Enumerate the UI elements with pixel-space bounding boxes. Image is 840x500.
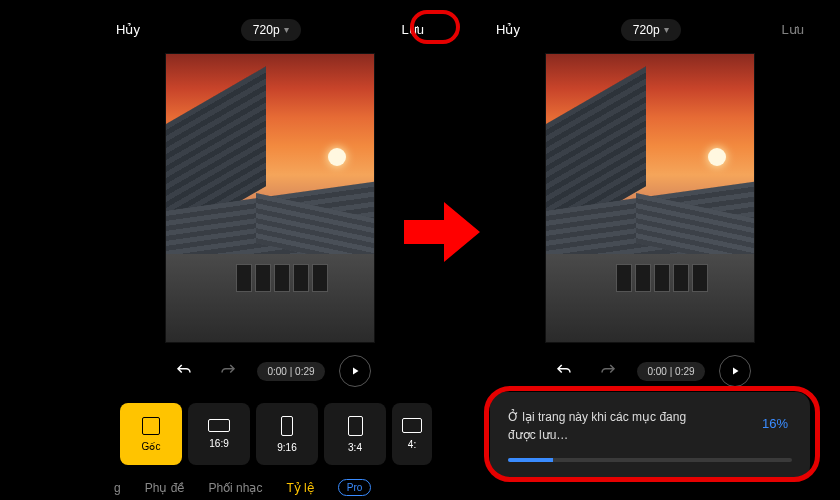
time-display: 0:00 | 0:29 — [257, 362, 324, 381]
chevron-down-icon: ▾ — [664, 24, 669, 35]
play-button[interactable] — [339, 355, 371, 387]
ratio-original[interactable]: Gốc — [120, 403, 182, 465]
saving-progress-card: Ở lại trang này khi các mục đang được lư… — [490, 392, 810, 480]
progress-bar — [508, 458, 792, 462]
ratio-4-x[interactable]: 4: — [392, 403, 432, 465]
ratio-3-4[interactable]: 3:4 — [324, 403, 386, 465]
ratio-label: 16:9 — [209, 438, 228, 449]
top-bar: Hủy 720p ▾ Lưu — [480, 0, 820, 53]
save-button[interactable]: Lưu — [394, 18, 432, 41]
ratio-16-9[interactable]: 16:9 — [188, 403, 250, 465]
chevron-down-icon: ▾ — [284, 24, 289, 35]
progress-message: Ở lại trang này khi các mục đang được lư… — [508, 408, 708, 444]
cancel-button[interactable]: Hủy — [108, 18, 148, 41]
arrow-icon — [404, 200, 480, 264]
quality-label: 720p — [253, 23, 280, 37]
top-bar: Hủy 720p ▾ Lưu — [100, 0, 440, 53]
ratio-label: 4: — [408, 439, 416, 450]
preview-windows — [236, 264, 328, 292]
bottom-tabs: g Phụ đề Phối nhạc Tỷ lệ Pro — [100, 479, 440, 496]
preview-windows — [616, 264, 708, 292]
ratio-label: 3:4 — [348, 442, 362, 453]
tab-subtitle[interactable]: Phụ đề — [145, 481, 185, 495]
quality-selector[interactable]: 720p ▾ — [241, 19, 301, 41]
undo-icon[interactable] — [549, 356, 579, 386]
play-button[interactable] — [719, 355, 751, 387]
tab-ratio[interactable]: Tỷ lệ — [286, 481, 313, 495]
tab-partial[interactable]: g — [114, 481, 121, 495]
progress-fill — [508, 458, 553, 462]
time-display: 0:00 | 0:29 — [637, 362, 704, 381]
quality-selector[interactable]: 720p ▾ — [621, 19, 681, 41]
ratio-label: 9:16 — [277, 442, 296, 453]
cancel-button[interactable]: Hủy — [488, 18, 528, 41]
ratio-9-16[interactable]: 9:16 — [256, 403, 318, 465]
pro-badge[interactable]: Pro — [338, 479, 372, 496]
preview-sun — [708, 148, 726, 166]
timeline-controls: 0:00 | 0:29 — [100, 355, 440, 387]
progress-percent: 16% — [762, 416, 788, 431]
ratio-label: Gốc — [142, 441, 161, 452]
video-preview — [545, 53, 755, 343]
redo-icon[interactable] — [213, 356, 243, 386]
video-preview[interactable] — [165, 53, 375, 343]
aspect-ratio-row: Gốc 16:9 9:16 3:4 4: — [120, 403, 440, 465]
preview-sun — [328, 148, 346, 166]
save-button: Lưu — [774, 18, 812, 41]
editor-screen-before: Hủy 720p ▾ Lưu 0:00 | 0:29 — [100, 0, 440, 500]
redo-icon[interactable] — [593, 356, 623, 386]
timeline-controls: 0:00 | 0:29 — [480, 355, 820, 387]
editor-screen-saving: Hủy 720p ▾ Lưu 0:00 | 0:29 Ở lại trang n — [480, 0, 820, 500]
tab-music[interactable]: Phối nhạc — [208, 481, 262, 495]
undo-icon[interactable] — [169, 356, 199, 386]
quality-label: 720p — [633, 23, 660, 37]
